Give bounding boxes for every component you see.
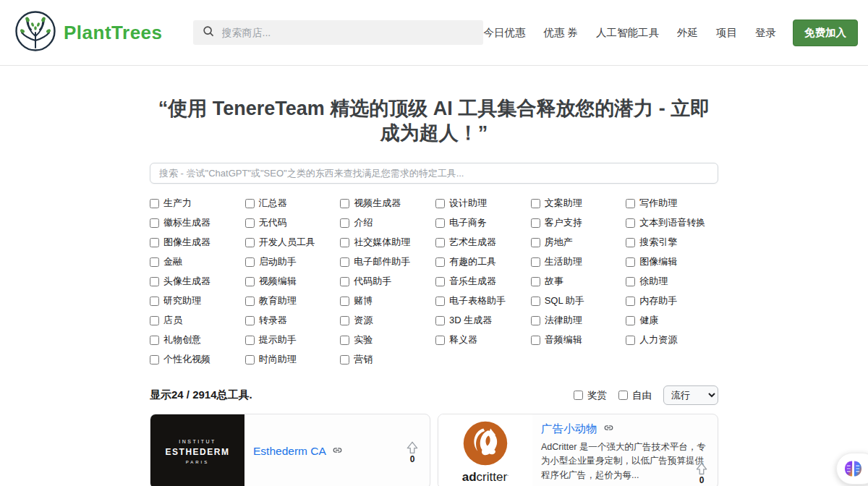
category-filter[interactable]: 图像编辑: [626, 255, 718, 268]
category-checkbox[interactable]: [340, 336, 349, 345]
category-checkbox[interactable]: [435, 336, 445, 345]
store-search-input[interactable]: [222, 27, 475, 38]
category-checkbox[interactable]: [150, 277, 159, 286]
category-filter[interactable]: 人力资源: [626, 333, 718, 346]
category-checkbox[interactable]: [531, 277, 540, 286]
category-checkbox[interactable]: [245, 238, 255, 247]
category-checkbox[interactable]: [531, 238, 540, 247]
nav-link[interactable]: 外延: [677, 26, 698, 40]
category-filter[interactable]: 研究助理: [150, 294, 242, 307]
category-checkbox[interactable]: [150, 336, 159, 345]
category-filter[interactable]: 视频生成器: [340, 197, 433, 210]
category-filter[interactable]: 图像生成器: [150, 236, 242, 249]
category-checkbox[interactable]: [435, 199, 445, 208]
category-checkbox[interactable]: [626, 336, 635, 345]
category-filter[interactable]: 资源: [340, 314, 433, 327]
category-filter[interactable]: 介绍: [340, 216, 433, 229]
category-filter[interactable]: 搜索引擎: [626, 236, 718, 249]
category-filter[interactable]: 房地产: [531, 236, 624, 249]
category-checkbox[interactable]: [435, 257, 445, 267]
category-checkbox[interactable]: [245, 355, 255, 364]
category-filter[interactable]: 内存助手: [626, 294, 718, 307]
category-checkbox[interactable]: [245, 297, 255, 306]
category-checkbox[interactable]: [150, 238, 159, 247]
category-checkbox[interactable]: [150, 199, 159, 208]
category-filter[interactable]: 生活助理: [531, 255, 624, 268]
category-checkbox[interactable]: [626, 277, 635, 286]
external-link-icon[interactable]: [332, 445, 343, 459]
category-checkbox[interactable]: [626, 297, 635, 306]
category-filter[interactable]: 文案助理: [531, 197, 624, 210]
category-checkbox[interactable]: [531, 297, 540, 306]
category-checkbox[interactable]: [340, 199, 349, 208]
category-filter[interactable]: 营销: [340, 353, 433, 366]
category-checkbox[interactable]: [626, 199, 635, 208]
category-filter[interactable]: 3D 生成器: [435, 314, 528, 327]
category-checkbox[interactable]: [245, 199, 255, 208]
category-filter[interactable]: 法律助理: [531, 314, 624, 327]
category-filter[interactable]: 徽标生成器: [150, 216, 242, 229]
category-checkbox[interactable]: [245, 218, 255, 228]
category-checkbox[interactable]: [435, 316, 445, 325]
category-checkbox[interactable]: [626, 257, 635, 267]
toggle-checkbox[interactable]: [618, 391, 628, 400]
category-checkbox[interactable]: [626, 316, 635, 325]
tool-title-link[interactable]: Esthederm CA: [253, 445, 326, 458]
tool-title-link[interactable]: 广告小动物: [541, 422, 597, 437]
nav-link[interactable]: 项目: [716, 26, 737, 40]
category-filter[interactable]: 店员: [150, 314, 242, 327]
category-filter[interactable]: 无代码: [245, 216, 338, 229]
category-filter[interactable]: 教育助理: [245, 294, 338, 307]
category-checkbox[interactable]: [150, 218, 159, 228]
category-filter[interactable]: 电子邮件助手: [340, 255, 433, 268]
category-checkbox[interactable]: [626, 218, 635, 228]
result-toggle[interactable]: 自由: [618, 389, 652, 402]
category-filter[interactable]: 金融: [150, 255, 242, 268]
category-checkbox[interactable]: [531, 218, 540, 228]
sort-select[interactable]: 流行: [663, 385, 718, 405]
category-filter[interactable]: 音频编辑: [531, 333, 624, 346]
category-filter[interactable]: 礼物创意: [150, 333, 242, 346]
category-checkbox[interactable]: [245, 336, 255, 345]
category-checkbox[interactable]: [531, 336, 540, 345]
assistant-float-button[interactable]: [836, 453, 868, 485]
category-checkbox[interactable]: [626, 238, 635, 247]
category-filter[interactable]: 生产力: [150, 197, 242, 210]
nav-link[interactable]: 今日优惠: [483, 26, 525, 40]
category-filter[interactable]: 启动助手: [245, 255, 338, 268]
category-filter[interactable]: 电子表格助手: [435, 294, 528, 307]
tool-search-input[interactable]: [150, 163, 718, 184]
category-checkbox[interactable]: [150, 316, 159, 325]
category-filter[interactable]: 实验: [340, 333, 433, 346]
category-filter[interactable]: 提示助手: [245, 333, 338, 346]
nav-link[interactable]: 人工智能工具: [596, 26, 659, 40]
category-filter[interactable]: 徐助理: [626, 275, 718, 288]
category-filter[interactable]: 释义器: [435, 333, 528, 346]
category-filter[interactable]: 视频编辑: [245, 275, 338, 288]
category-filter[interactable]: 有趣的工具: [435, 255, 528, 268]
category-filter[interactable]: 代码助手: [340, 275, 433, 288]
category-filter[interactable]: 开发人员工具: [245, 236, 338, 249]
category-filter[interactable]: 社交媒体助理: [340, 236, 433, 249]
upvote-button[interactable]: 0: [694, 461, 709, 485]
category-filter[interactable]: 设计助理: [435, 197, 528, 210]
category-checkbox[interactable]: [340, 277, 349, 286]
category-checkbox[interactable]: [150, 257, 159, 267]
category-filter[interactable]: 艺术生成器: [435, 236, 528, 249]
category-filter[interactable]: 电子商务: [435, 216, 528, 229]
category-filter[interactable]: 个性化视频: [150, 353, 242, 366]
category-checkbox[interactable]: [340, 297, 349, 306]
category-filter[interactable]: 赌博: [340, 294, 433, 307]
category-filter[interactable]: 客户支持: [531, 216, 624, 229]
category-checkbox[interactable]: [435, 277, 445, 286]
category-checkbox[interactable]: [340, 218, 349, 228]
category-filter[interactable]: 健康: [626, 314, 718, 327]
category-checkbox[interactable]: [245, 316, 255, 325]
result-toggle[interactable]: 奖赏: [574, 389, 607, 402]
category-checkbox[interactable]: [435, 238, 445, 247]
nav-link[interactable]: 登录: [755, 26, 776, 40]
category-checkbox[interactable]: [531, 257, 540, 267]
upvote-button[interactable]: 0: [405, 440, 420, 464]
category-checkbox[interactable]: [245, 257, 255, 267]
category-checkbox[interactable]: [245, 277, 255, 286]
